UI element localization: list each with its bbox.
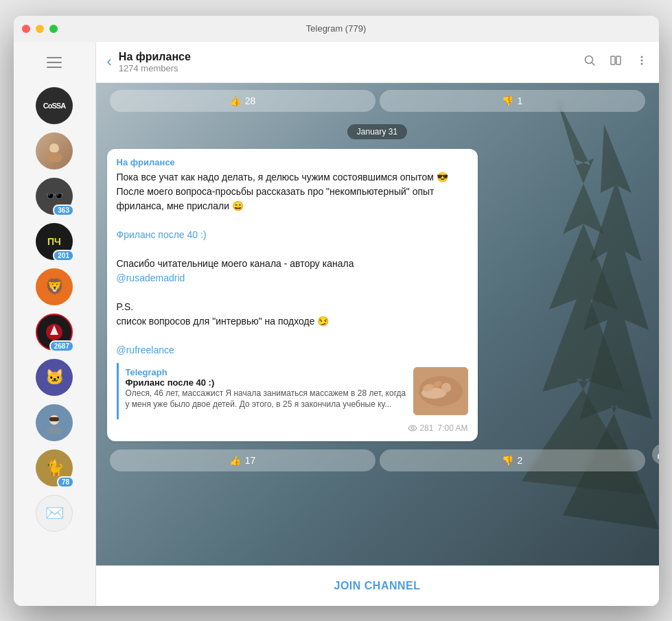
chat-name: На фрилансе [119, 51, 583, 63]
main-content: CoSSA 🕶️ 363 ПЧ 201 [14, 42, 659, 606]
chat-header-info: На фрилансе 1274 members [119, 51, 583, 73]
join-channel-button[interactable]: JOIN CHANNEL [107, 574, 648, 598]
message-ps: P.S. [117, 301, 134, 312]
sidebar-item-cossa[interactable]: CoSSA [36, 87, 73, 124]
avatar: ✉️ [36, 495, 73, 532]
bottom-thumbs-down-emoji: 👎 [502, 455, 513, 466]
telegraph-preview[interactable]: Telegraph Фриланс после 40 :) Олеся, 46 … [117, 363, 468, 419]
unread-badge: 363 [53, 204, 74, 216]
telegraph-title: Фриланс после 40 :) [126, 377, 406, 388]
join-channel-bar: JOIN CHANNEL [96, 565, 659, 606]
thumbs-down-reaction-button[interactable]: 👎 1 [380, 90, 645, 112]
sidebar-item-orange[interactable]: 🦁 [36, 268, 73, 305]
avatar: CoSSA [36, 87, 73, 124]
message-line-thanks: Спасибо читательнице моего канала - авто… [117, 258, 354, 269]
bottom-reaction-bar: 👍 17 👎 2 [107, 449, 648, 471]
message-text: Пока все учат как надо делать, я делюсь … [117, 170, 468, 358]
svg-point-13 [640, 62, 642, 65]
svg-point-0 [49, 143, 59, 153]
message-bubble: На фрилансе Пока все учат как надо делат… [107, 149, 478, 441]
message-time: 7:00 AM [437, 423, 467, 433]
chat-messages-wrapper: 👍 28 👎 1 January 31 [96, 83, 659, 565]
bottom-thumbs-down-count: 2 [518, 455, 523, 466]
thumbs-up-count: 28 [245, 95, 256, 106]
maximize-button[interactable] [49, 25, 58, 33]
more-options-icon[interactable] [636, 54, 648, 70]
bottom-thumbs-up-count: 17 [245, 455, 256, 466]
svg-point-23 [411, 427, 414, 430]
unread-badge: 2687 [49, 340, 74, 352]
thumbs-down-emoji: 👎 [502, 95, 513, 106]
titlebar-buttons [22, 25, 58, 33]
sidebar: CoSSA 🕶️ 363 ПЧ 201 [14, 42, 96, 606]
telegraph-thumbnail [413, 367, 468, 415]
sidebar-item-woman[interactable] [36, 132, 73, 169]
hamburger-icon [47, 62, 62, 63]
avatar [36, 132, 73, 169]
chat-header-actions [583, 54, 648, 70]
telegraph-source: Telegraph [126, 367, 406, 377]
svg-rect-10 [616, 56, 621, 65]
titlebar: Telegram (779) [14, 16, 659, 42]
message-sender: На фрилансе [117, 157, 468, 167]
search-icon[interactable] [583, 54, 596, 70]
sidebar-item-pch[interactable]: ПЧ 201 [36, 223, 73, 260]
svg-point-12 [640, 59, 642, 61]
view-count: 281 [419, 423, 433, 433]
thumbs-up-reaction-button[interactable]: 👍 28 [110, 90, 375, 112]
svg-line-8 [592, 62, 594, 65]
sidebar-item-red[interactable]: 2687 [36, 314, 73, 351]
sidebar-menu-button[interactable] [40, 49, 68, 76]
rusademadrid-link[interactable]: @rusademadrid [117, 272, 185, 283]
message-interview: список вопросов для "интервью" на подход… [117, 316, 329, 327]
freelance-link[interactable]: Фриланс после 40 :) [117, 229, 207, 240]
svg-rect-9 [611, 56, 615, 65]
avatar: 🦁 [36, 268, 73, 305]
svg-point-11 [640, 56, 642, 58]
unread-badge: 201 [53, 250, 74, 261]
rufreelance-link[interactable]: @rufreelance [117, 344, 174, 355]
main-window: Telegram (779) CoSSA [14, 16, 659, 606]
svg-rect-6 [49, 417, 59, 421]
chat-members: 1274 members [119, 63, 583, 73]
sidebar-item-man[interactable] [36, 404, 73, 441]
unread-badge: 78 [57, 476, 74, 488]
date-divider: January 31 [107, 124, 648, 139]
chat-messages: 👍 28 👎 1 January 31 [96, 83, 659, 565]
message-footer: 281 7:00 AM [117, 423, 468, 433]
message-line-2: После моего вопроса-просьбы рассказать п… [117, 186, 435, 211]
minimize-button[interactable] [36, 25, 44, 33]
svg-point-7 [585, 56, 592, 63]
date-label: January 31 [347, 124, 407, 139]
window-title: Telegram (779) [306, 23, 366, 34]
bottom-thumbs-up-button[interactable]: 👍 17 [110, 449, 375, 471]
top-reaction-bar: 👍 28 👎 1 [107, 90, 648, 112]
bottom-thumbs-down-button[interactable]: 👎 2 [380, 449, 645, 471]
svg-point-1 [47, 152, 62, 162]
avatar [36, 404, 73, 441]
bottom-thumbs-up-emoji: 👍 [229, 455, 241, 466]
avatar: 🐱 [36, 359, 73, 396]
message-views: 281 [408, 423, 433, 433]
hamburger-icon [47, 57, 62, 58]
hamburger-icon [47, 67, 62, 68]
sidebar-item-cat2[interactable]: 🐈 78 [36, 449, 73, 487]
sidebar-item-cat[interactable]: 🐱 [36, 359, 73, 396]
thumbs-up-emoji: 👍 [229, 95, 241, 106]
columns-icon[interactable] [610, 54, 622, 70]
close-button[interactable] [22, 25, 30, 33]
svg-rect-22 [413, 367, 468, 415]
telegraph-description: Олеся, 46 лет, массажист Я начала занима… [126, 388, 406, 411]
sidebar-item-email[interactable]: ✉️ [36, 495, 73, 532]
forward-button[interactable] [652, 444, 659, 465]
svg-point-5 [47, 426, 62, 434]
chat-area: ‹ На фрилансе 1274 members [96, 42, 659, 606]
thumbs-down-count: 1 [518, 95, 523, 106]
sidebar-item-glasses[interactable]: 🕶️ 363 [36, 178, 73, 215]
back-button[interactable]: ‹ [107, 54, 112, 69]
message-line-1: Пока все учат как надо делать, я делюсь … [117, 172, 448, 183]
telegraph-text: Telegraph Фриланс после 40 :) Олеся, 46 … [126, 367, 406, 415]
chat-header: ‹ На фрилансе 1274 members [96, 42, 659, 83]
